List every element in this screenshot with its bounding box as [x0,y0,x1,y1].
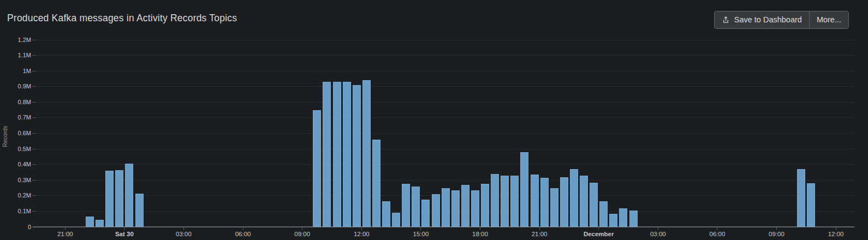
y-tick-mark [32,71,35,71]
histogram-bar[interactable] [797,169,805,227]
histogram-bar[interactable] [372,140,381,227]
x-tick-label: 03:00 [159,231,209,237]
histogram-bar[interactable] [362,80,371,227]
gridline [35,180,854,181]
x-tick-label: 21:00 [40,231,90,237]
histogram-bar[interactable] [520,152,528,227]
x-tick-mark [65,227,66,230]
upload-icon [722,16,730,24]
y-tick-mark [32,211,35,212]
x-tick-mark [243,227,243,230]
histogram-bar[interactable] [451,190,460,227]
histogram-bar[interactable] [510,176,519,227]
histogram-bar[interactable] [580,176,588,227]
histogram-bar[interactable] [402,184,410,227]
x-tick-mark [124,227,124,230]
histogram-bar[interactable] [481,184,489,227]
save-button-label: Save to Dashboard [734,12,802,28]
x-tick-label: 18:00 [456,231,505,237]
x-tick-mark [836,227,836,230]
x-tick-label: 03:00 [633,231,682,237]
histogram-bar[interactable] [382,201,390,227]
histogram-bar[interactable] [333,82,341,227]
gridline [35,55,854,56]
histogram-bar[interactable] [570,169,578,227]
histogram-bar[interactable] [421,200,430,227]
histogram-bar[interactable] [471,190,479,227]
x-tick-label: 09:00 [752,231,801,237]
y-tick-mark [32,195,35,196]
y-tick-label: 0.9M [0,83,31,89]
y-tick-label: 0 [0,224,31,230]
histogram-bar[interactable] [343,82,351,227]
histogram-bar[interactable] [491,174,499,227]
x-tick-label: 09:00 [278,231,327,237]
histogram-bar[interactable] [531,175,539,227]
histogram-bar[interactable] [96,220,104,227]
panel-title: Produced Kafka messages in Activity Reco… [7,13,237,24]
x-tick-mark [658,227,658,230]
x-tick-label: 21:00 [515,231,564,237]
histogram-bar[interactable] [501,176,509,227]
panel-header: Produced Kafka messages in Activity Reco… [0,0,868,31]
histogram-bar[interactable] [353,85,361,227]
x-tick-mark [480,227,480,230]
histogram-bar[interactable] [560,177,568,227]
histogram-bar[interactable] [135,194,144,227]
histogram-bar[interactable] [599,201,608,227]
gridline [35,133,854,134]
histogram-bar[interactable] [629,211,638,227]
gridline [35,86,854,87]
histogram-bar[interactable] [461,185,469,227]
y-tick-label: 0.5M [0,146,31,152]
y-tick-label: 0.4M [0,161,31,167]
histogram-bar[interactable] [412,187,420,227]
y-tick-label: 1M [0,68,31,74]
x-tick-mark [598,227,599,230]
x-tick-label: December [574,231,623,237]
y-tick-label: 1.2M [0,37,31,43]
histogram-bar[interactable] [540,178,549,227]
x-tick-label: 15:00 [396,231,445,237]
histogram-bar[interactable] [125,164,133,227]
x-tick-mark [539,227,540,230]
histogram-bar[interactable] [392,213,400,227]
y-tick-mark [32,133,35,134]
y-tick-label: 0.8M [0,99,31,105]
y-tick-mark [32,86,35,87]
x-tick-mark [361,227,362,230]
histogram-bar[interactable] [807,183,815,227]
histogram-bar[interactable] [86,217,94,227]
x-tick-label: Sat 30 [100,231,149,237]
gridline [35,102,854,103]
gridline [35,117,854,118]
histogram-bar[interactable] [609,214,617,227]
y-tick-label: 1.1M [0,52,31,58]
y-tick-mark [32,102,35,103]
y-tick-label: 0.1M [0,208,31,214]
more-button[interactable]: More... [809,11,848,28]
x-tick-mark [776,227,777,230]
x-tick-label: 12:00 [811,231,860,237]
histogram-bar[interactable] [590,183,598,227]
histogram-bar[interactable] [432,194,440,227]
histogram-bar[interactable] [323,82,331,227]
gridline [35,40,854,40]
gridline [35,149,854,149]
histogram-bar[interactable] [115,170,123,227]
y-tick-mark [32,164,35,165]
histogram-bar[interactable] [313,110,321,227]
gridline [35,164,854,165]
histogram-bar[interactable] [619,208,627,227]
y-tick-mark [32,149,35,149]
y-tick-mark [32,180,35,181]
histogram-bar[interactable] [105,171,114,227]
y-tick-label: 0.7M [0,114,31,121]
x-tick-mark [183,227,184,230]
save-to-dashboard-button[interactable]: Save to Dashboard [715,11,809,28]
histogram-bar[interactable] [550,188,558,227]
x-tick-label: 06:00 [218,231,267,237]
toolbar-button-group: Save to Dashboard More... [714,11,849,29]
histogram-bar[interactable] [442,188,450,227]
x-tick-mark [302,227,302,230]
